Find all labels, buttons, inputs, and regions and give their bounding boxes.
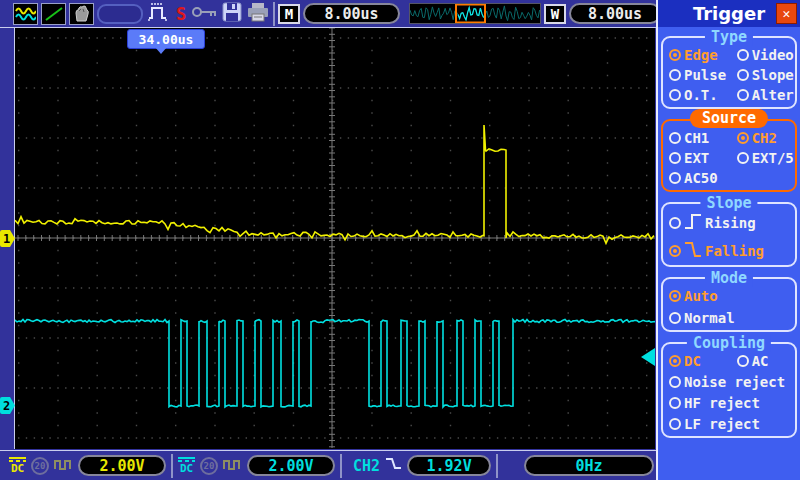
mode-section-title: Mode	[705, 270, 753, 287]
trigger-frequency-readout: 0Hz	[524, 455, 654, 476]
radio-icon	[669, 290, 681, 302]
coupling-lf-reject-option[interactable]: LF reject	[669, 416, 792, 432]
s-indicator: S	[173, 4, 189, 24]
source-ch1-option[interactable]: CH1	[669, 130, 737, 146]
slope-section-title: Slope	[700, 195, 757, 212]
print-icon[interactable]	[246, 1, 270, 27]
type-section: Type Edge Video Pulse Slope	[661, 36, 797, 109]
status-separator	[496, 454, 498, 478]
radio-icon	[737, 89, 749, 101]
channel-waveforms-icon[interactable]	[13, 3, 38, 25]
ch2-ground-marker[interactable]: 2	[0, 397, 15, 414]
coupling-section-title: Coupling	[687, 335, 771, 352]
source-ac50-option[interactable]: AC50	[669, 170, 792, 186]
type-alter-option[interactable]: Alter	[737, 87, 792, 103]
ch1-ground-marker[interactable]: 1	[0, 230, 15, 247]
horizontal-position-indicator[interactable]: 34.00us	[127, 29, 205, 49]
ch1-scale-readout: 2.00V	[78, 455, 166, 476]
coupling-hf-reject-option[interactable]: HF reject	[669, 395, 792, 411]
radio-icon	[669, 418, 681, 430]
slope-rising-option[interactable]: Rising	[669, 213, 792, 233]
ch2-coupling-icon: DC	[178, 457, 195, 474]
coupling-dc-option[interactable]: DC	[669, 353, 737, 369]
radio-icon	[737, 355, 749, 367]
mode-auto-option[interactable]: Auto	[669, 288, 792, 304]
ch2-scale-readout: 2.00V	[247, 455, 335, 476]
radio-icon	[669, 245, 681, 257]
coupling-ac-option[interactable]: AC	[737, 353, 792, 369]
radio-icon	[669, 152, 681, 164]
slope-section: Slope Rising Falling	[661, 202, 797, 267]
svg-text:1: 1	[3, 232, 10, 246]
status-bar: DC 20 2.00V DC 20 2.00V CH2 1.92V 0Hz	[0, 450, 658, 480]
status-separator	[340, 454, 342, 478]
pulse-width-icon[interactable]	[146, 2, 170, 26]
status-separator	[171, 454, 173, 478]
window-timebase-value: 8.00us	[569, 3, 661, 24]
svg-text:2: 2	[3, 399, 10, 413]
rising-edge-icon	[684, 213, 702, 233]
radio-icon	[669, 217, 681, 229]
radio-icon	[669, 312, 681, 324]
radio-icon	[669, 69, 681, 81]
waveform-display	[14, 28, 655, 449]
empty-slot	[97, 4, 143, 24]
main-timebase-label: M	[278, 4, 300, 24]
line-style-icon[interactable]	[41, 3, 66, 25]
source-ext5-option[interactable]: EXT/5	[737, 150, 792, 166]
trigger-source-readout: CH2	[353, 457, 380, 475]
ch1-bandwidth-icon: 20	[31, 457, 49, 475]
ch2-invert-icon	[223, 456, 242, 475]
trigger-level-marker[interactable]	[641, 348, 655, 366]
radio-icon	[669, 89, 681, 101]
radio-icon	[669, 355, 681, 367]
slope-falling-option[interactable]: Falling	[669, 241, 792, 261]
source-ext-option[interactable]: EXT	[669, 150, 737, 166]
type-edge-option[interactable]: Edge	[669, 47, 737, 63]
source-section: Source CH1 CH2 EXT EXT/5	[661, 119, 797, 192]
falling-edge-icon	[684, 241, 702, 261]
radio-icon	[737, 152, 749, 164]
panel-title: Trigger	[693, 3, 765, 24]
source-ch2-option[interactable]: CH2	[737, 130, 792, 146]
zoom-window-preview[interactable]	[409, 3, 541, 24]
mode-normal-option[interactable]: Normal	[669, 310, 792, 326]
type-slope-option[interactable]: Slope	[737, 67, 792, 83]
toolbar-separator	[273, 2, 275, 26]
ch1-coupling-icon: DC	[9, 457, 26, 474]
type-ot-option[interactable]: O.T.	[669, 87, 737, 103]
panel-title-bar: Trigger ✕	[658, 0, 800, 27]
type-section-title: Type	[705, 29, 753, 46]
source-section-title: Source	[690, 109, 768, 128]
top-toolbar: S M 8.00us	[0, 0, 658, 28]
window-timebase-label: W	[544, 4, 566, 24]
coupling-noise-reject-option[interactable]: Noise reject	[669, 374, 792, 390]
type-video-option[interactable]: Video	[737, 47, 792, 63]
radio-icon	[669, 376, 681, 388]
key-lock-icon[interactable]	[192, 4, 218, 23]
mode-section: Mode Auto Normal	[661, 277, 797, 332]
trigger-level-readout: 1.92V	[407, 455, 491, 476]
ch1-invert-icon	[54, 456, 73, 475]
radio-icon	[669, 49, 681, 61]
radio-icon	[737, 49, 749, 61]
radio-icon	[737, 69, 749, 81]
oscilloscope-screen: S M 8.00us	[0, 0, 800, 480]
hand-icon[interactable]	[69, 3, 94, 25]
type-pulse-option[interactable]: Pulse	[669, 67, 737, 83]
radio-icon	[669, 132, 681, 144]
radio-icon	[669, 172, 681, 184]
main-timebase-value: 8.00us	[303, 3, 400, 24]
save-icon[interactable]	[221, 1, 243, 27]
ch2-bandwidth-icon: 20	[200, 457, 218, 475]
coupling-section: Coupling DC AC Noise reject HF reject	[661, 342, 797, 438]
trigger-menu-panel: Trigger ✕ Type Edge Video Pulse	[656, 0, 800, 480]
falling-edge-icon	[385, 456, 402, 475]
radio-icon	[669, 397, 681, 409]
radio-icon	[737, 132, 749, 144]
close-icon[interactable]: ✕	[776, 3, 797, 24]
ch2-trace	[15, 320, 655, 408]
